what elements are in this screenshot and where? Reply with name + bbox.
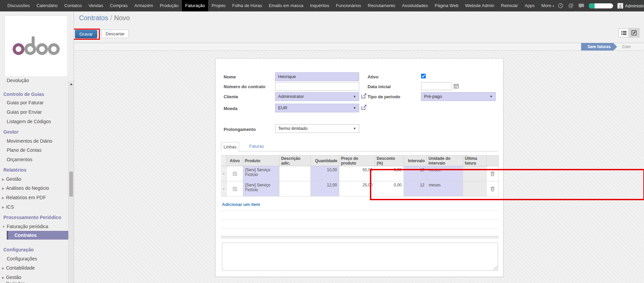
- sidebar-item-analises-do-negocio[interactable]: ▶Análises do Negócio: [0, 185, 68, 191]
- row2-preco-cell[interactable]: 25,00: [339, 181, 375, 197]
- sidebar-item-plano-de-contas[interactable]: Plano de Contas: [0, 147, 68, 153]
- menu-vendas[interactable]: Vendas: [85, 0, 106, 11]
- trash-icon[interactable]: [490, 186, 495, 191]
- row2-produto-cell[interactable]: [Serv] Serviço Fictício: [243, 181, 279, 197]
- menu-apps[interactable]: Apps: [521, 0, 538, 11]
- menu-discussoes[interactable]: Discussões: [4, 0, 33, 11]
- cliente-select[interactable]: Administrator▼: [275, 92, 359, 101]
- sidebar-item-relatorios-em-pdf[interactable]: ▶Relatórios em PDF: [0, 195, 68, 200]
- row1-quantidade-cell[interactable]: 10,00: [311, 166, 339, 181]
- external-link-icon[interactable]: [361, 93, 367, 99]
- status-sem-faturas[interactable]: Sem faturas: [581, 43, 617, 50]
- prolongamento-select[interactable]: Termo ilimitado▼: [275, 124, 359, 133]
- row-ativo-checkbox[interactable]: [233, 187, 237, 191]
- at-icon[interactable]: @: [568, 3, 574, 9]
- contract-form-sheet: Nome Número do contrato Cliente Moeda Pr…: [215, 58, 503, 277]
- sidebar-item-faturacao-periodica[interactable]: ▼Faturação periódica: [0, 224, 68, 229]
- row2-desconto-cell[interactable]: 0,00: [375, 181, 404, 197]
- resize-handle-icon[interactable]: [493, 266, 497, 270]
- status-com-faturas[interactable]: Com faturas: [622, 43, 644, 50]
- row1-produto-cell[interactable]: [Serv] Serviço Fictício: [243, 166, 279, 181]
- row-drag-handle[interactable]: [221, 166, 227, 181]
- trash-icon[interactable]: [490, 171, 495, 176]
- sidebar-item-movimentos-de-diario[interactable]: Movimentos de Diário: [0, 138, 68, 144]
- row1-desconto-cell[interactable]: 0,00: [375, 166, 404, 181]
- col-produto[interactable]: Produto: [243, 155, 279, 166]
- col-ativo[interactable]: Ativo: [227, 155, 243, 166]
- timer-progress-pill[interactable]: [589, 3, 613, 8]
- menu-compras[interactable]: Compras: [107, 0, 131, 11]
- add-line-link[interactable]: Adicionar um item: [222, 202, 260, 207]
- scrollbar-thumb[interactable]: [69, 172, 73, 197]
- user-menu[interactable]: Administrator ▾: [617, 3, 644, 9]
- chat-icon[interactable]: [578, 3, 584, 9]
- row1-preco-cell[interactable]: 50,00: [339, 166, 375, 181]
- tab-faturas[interactable]: Faturas: [249, 144, 264, 149]
- data-inicial-input[interactable]: [421, 82, 452, 90]
- progress-segment: [589, 3, 595, 8]
- menu-reiniciar[interactable]: Reiniciar: [498, 0, 522, 11]
- menu-armazem[interactable]: Armazém: [131, 0, 157, 11]
- row2-unidade-cell[interactable]: meses: [427, 181, 463, 197]
- row-ativo-checkbox[interactable]: [233, 172, 237, 176]
- menu-assiduidades[interactable]: Assiduidades: [399, 0, 431, 11]
- row1-descricao-cell[interactable]: [279, 166, 311, 181]
- discard-button[interactable]: Descartar: [101, 30, 129, 38]
- sidebar-item-configuracoes[interactable]: Configurações: [0, 256, 68, 261]
- sidebar-item-guias-por-enviar[interactable]: Guias por Enviar: [0, 109, 68, 115]
- menu-calendario[interactable]: Calendário: [33, 0, 61, 11]
- row1-intervalo-cell[interactable]: 10: [404, 166, 427, 181]
- sidebar-item-orcamentos[interactable]: Orçamentos: [0, 157, 68, 162]
- menu-inqueritos[interactable]: Inquéritos: [307, 0, 333, 11]
- col-quantidade[interactable]: Quantidade: [311, 155, 339, 166]
- breadcrumb-contratos[interactable]: Contratos: [79, 14, 108, 22]
- calendar-icon[interactable]: [454, 83, 459, 89]
- tab-linhas[interactable]: Linhas: [221, 142, 239, 151]
- sidebar-item-periodos[interactable]: ▶Períodos: [0, 281, 68, 283]
- tipo-periodo-select[interactable]: Pré-pago▼: [421, 92, 496, 101]
- col-descricao[interactable]: Descrição adic.: [279, 155, 311, 166]
- external-link-icon[interactable]: [361, 104, 367, 110]
- col-intervalo[interactable]: Intervalo: [404, 155, 427, 166]
- sidebar-item-ics[interactable]: ▶ICS: [0, 204, 68, 210]
- menu-funcionarios[interactable]: Funcionários: [333, 0, 364, 11]
- menu-folha-de-horas[interactable]: Folha de Horas: [229, 0, 266, 11]
- ativo-checkbox[interactable]: [421, 74, 426, 78]
- col-desconto[interactable]: Desconto (%): [375, 155, 404, 166]
- menu-contatos[interactable]: Contatos: [61, 0, 85, 11]
- sidebar-item-listagem-de-codigos[interactable]: Listagem de Códigos: [0, 119, 68, 124]
- list-view-button[interactable]: [618, 28, 629, 37]
- sidebar-item-devolucao[interactable]: Devolução: [0, 78, 68, 83]
- sidebar-item-contabilidade[interactable]: ▶Contabilidade: [0, 265, 68, 271]
- clock-icon[interactable]: [558, 3, 564, 9]
- menu-emails-em-massa[interactable]: Emails em massa: [265, 0, 307, 11]
- notes-textarea[interactable]: [222, 243, 498, 271]
- menu-website-admin[interactable]: Website Admin: [462, 0, 497, 11]
- row1-unidade-cell[interactable]: meses: [427, 166, 463, 181]
- form-view-button[interactable]: [629, 28, 639, 37]
- menu-faturacao-active[interactable]: Faturação: [182, 0, 209, 11]
- label-prolongamento: Prolongamento: [224, 127, 256, 132]
- col-preco[interactable]: Preço do produto: [339, 155, 375, 166]
- menu-more[interactable]: More ▾: [538, 0, 558, 11]
- col-ultima-fatura[interactable]: Última fatura: [463, 155, 487, 166]
- sidebar-item-contratos-selected[interactable]: Contratos: [7, 231, 68, 240]
- col-unidade[interactable]: Unidade do intervalo: [427, 155, 463, 166]
- row2-descricao-cell[interactable]: [279, 181, 311, 197]
- sidebar-item-gestao-config[interactable]: ▶Gestão: [0, 275, 68, 280]
- menu-recrutamento[interactable]: Recrutamento: [365, 0, 399, 11]
- moeda-select[interactable]: EUR▼: [275, 104, 359, 112]
- row2-quantidade-cell[interactable]: 12,00: [311, 181, 339, 197]
- menu-projeto[interactable]: Projeto: [208, 0, 229, 11]
- chevron-down-icon: ▾: [553, 4, 554, 8]
- sidebar-item-gestao[interactable]: ▶Gestão: [0, 176, 68, 182]
- menu-pagina-web[interactable]: Página Web: [431, 0, 462, 11]
- numero-contrato-input[interactable]: [275, 82, 359, 91]
- row-drag-handle[interactable]: [221, 181, 227, 197]
- nome-input[interactable]: Henrique: [275, 72, 359, 81]
- sidebar-scrollbar[interactable]: [68, 81, 74, 283]
- scroll-up-icon[interactable]: [70, 83, 73, 85]
- sidebar-item-guias-por-faturar[interactable]: Guias por Faturar: [0, 100, 68, 105]
- menu-producao[interactable]: Produção: [156, 0, 182, 11]
- row2-intervalo-cell[interactable]: 12: [404, 181, 427, 197]
